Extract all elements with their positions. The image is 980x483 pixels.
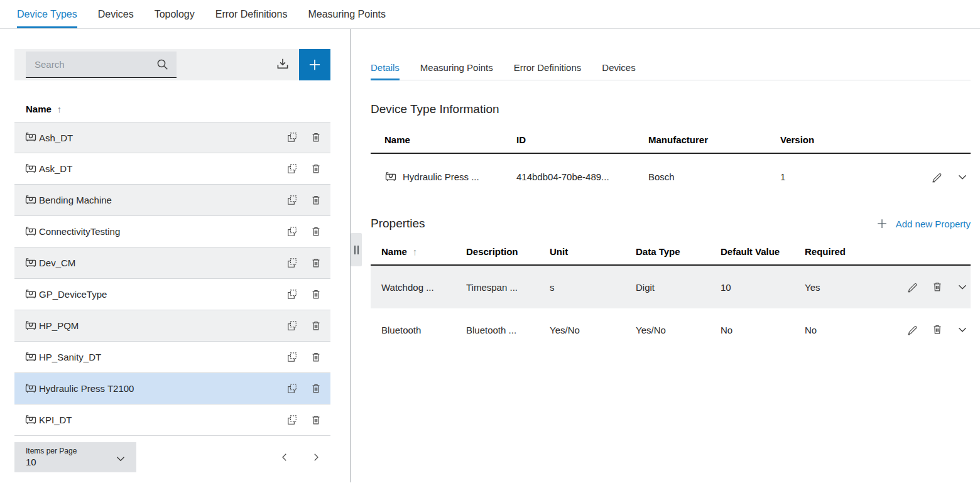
property-default-value: No (710, 325, 794, 335)
device-type-icon (24, 225, 37, 238)
next-page-icon[interactable] (310, 452, 322, 463)
delete-icon[interactable] (310, 194, 322, 207)
column-header-name[interactable]: Name ↑ (371, 246, 455, 257)
property-description: Timespan ... (455, 282, 539, 293)
column-header-version: Version (766, 134, 913, 145)
device-info-table-header: Name ID Manufacturer Version (371, 134, 971, 154)
duplicate-icon[interactable] (286, 351, 298, 364)
list-item[interactable]: ConnectivityTesting (14, 216, 330, 247)
properties-header: Properties Add new Property (371, 217, 971, 231)
device-type-icon (24, 163, 37, 175)
column-header-manufacturer: Manufacturer (634, 134, 766, 145)
previous-page-icon[interactable] (279, 452, 290, 463)
duplicate-icon[interactable] (286, 288, 298, 301)
duplicate-icon[interactable] (286, 383, 298, 395)
list-item[interactable]: Ask_DT (14, 153, 330, 185)
list-item[interactable]: GP_DeviceType (14, 279, 330, 310)
list-toolbar (14, 49, 330, 80)
top-navigation: Device Types Devices Topology Error Defi… (0, 0, 980, 29)
duplicate-icon[interactable] (286, 225, 298, 238)
download-button[interactable] (273, 55, 292, 74)
list-item-label: HP_PQM (39, 320, 275, 331)
property-row: Bluetooth Bluetooth ... Yes/No Yes/No No… (371, 308, 971, 351)
list-item[interactable]: HP_PQM (14, 310, 330, 342)
edit-icon[interactable] (906, 323, 919, 336)
delete-icon[interactable] (310, 131, 322, 144)
nav-item-topology[interactable]: Topology (155, 0, 195, 28)
sort-ascending-icon: ↑ (413, 246, 418, 257)
list-item-selected[interactable]: Hydraulic Press T2100 (14, 373, 330, 404)
device-name-value: Hydraulic Press ... (403, 171, 479, 182)
tab-details[interactable]: Details (371, 55, 400, 80)
column-header-required: Required (794, 246, 894, 257)
properties-title: Properties (371, 217, 425, 231)
edit-icon[interactable] (906, 281, 919, 293)
tab-error-definitions[interactable]: Error Definitions (514, 55, 582, 80)
column-header-default-value: Default Value (710, 246, 794, 257)
sort-ascending-icon: ↑ (57, 104, 62, 114)
items-per-page-select[interactable]: Items per Page 10 (14, 442, 136, 472)
delete-icon[interactable] (931, 323, 944, 336)
splitter-handle[interactable] (351, 233, 362, 266)
tab-devices[interactable]: Devices (602, 55, 635, 80)
delete-icon[interactable] (310, 351, 322, 364)
list-column-header[interactable]: Name ↑ (14, 104, 330, 114)
duplicate-icon[interactable] (286, 257, 298, 269)
list-item-label: HP_Sanity_DT (39, 352, 275, 362)
delete-icon[interactable] (310, 383, 322, 395)
delete-icon[interactable] (931, 281, 944, 293)
list-item[interactable]: Dev_CM (14, 247, 330, 279)
device-type-information-title: Device Type Information (371, 102, 971, 116)
column-header-actions (913, 134, 971, 145)
edit-icon[interactable] (931, 171, 944, 183)
nav-item-devices[interactable]: Devices (98, 0, 134, 28)
device-type-icon (24, 288, 37, 301)
delete-icon[interactable] (310, 288, 322, 301)
add-device-type-button[interactable] (299, 49, 330, 80)
property-name: Watchdog ... (371, 282, 455, 293)
device-id-value: 414bdb04-70be-489... (503, 171, 634, 182)
duplicate-icon[interactable] (286, 320, 298, 332)
list-item[interactable]: Bending Machine (14, 185, 330, 216)
chevron-down-icon[interactable] (956, 170, 969, 184)
device-type-icon (24, 131, 37, 144)
list-item-label: GP_DeviceType (39, 289, 275, 300)
chevron-down-icon[interactable] (956, 323, 969, 337)
tab-measuring-points[interactable]: Measuring Points (420, 55, 493, 80)
delete-icon[interactable] (310, 257, 322, 269)
nav-item-measuring-points[interactable]: Measuring Points (308, 0, 386, 28)
duplicate-icon[interactable] (286, 414, 298, 426)
nav-item-error-definitions[interactable]: Error Definitions (215, 0, 288, 28)
search-input[interactable] (33, 58, 155, 70)
plus-icon (875, 217, 889, 231)
delete-icon[interactable] (310, 414, 322, 426)
chevron-down-icon[interactable] (956, 280, 969, 294)
duplicate-icon[interactable] (286, 194, 298, 207)
list-item[interactable]: KPI_DT (14, 404, 330, 436)
delete-icon[interactable] (310, 320, 322, 332)
duplicate-icon[interactable] (286, 163, 298, 175)
add-new-property-button[interactable]: Add new Property (875, 217, 971, 231)
list-item-label: Bending Machine (39, 195, 275, 205)
device-type-list-panel: Name ↑ Ash_DT Ask_DT Bending Machine (0, 29, 350, 482)
device-info-row: Hydraulic Press ... 414bdb04-70be-489...… (371, 154, 971, 200)
search-field[interactable] (26, 52, 177, 78)
column-header-unit: Unit (539, 246, 625, 257)
property-data-type: Digit (625, 282, 710, 293)
device-name-cell: Hydraulic Press ... (371, 171, 503, 183)
duplicate-icon[interactable] (286, 131, 298, 144)
list-item[interactable]: Ash_DT (14, 122, 330, 153)
device-type-detail-panel: Details Measuring Points Error Definitio… (351, 29, 980, 482)
pagination (279, 452, 322, 463)
device-type-icon (24, 414, 37, 426)
delete-icon[interactable] (310, 163, 322, 175)
delete-icon[interactable] (310, 225, 322, 238)
column-header-name: Name (371, 134, 503, 145)
main-area: Name ↑ Ash_DT Ask_DT Bending Machine (0, 29, 980, 482)
chevron-down-icon (114, 452, 128, 465)
add-new-property-label: Add new Property (896, 219, 971, 229)
list-item[interactable]: HP_Sanity_DT (14, 342, 330, 373)
list-item-label: Ash_DT (39, 133, 275, 143)
device-type-icon (24, 320, 37, 332)
nav-item-device-types[interactable]: Device Types (17, 0, 77, 28)
